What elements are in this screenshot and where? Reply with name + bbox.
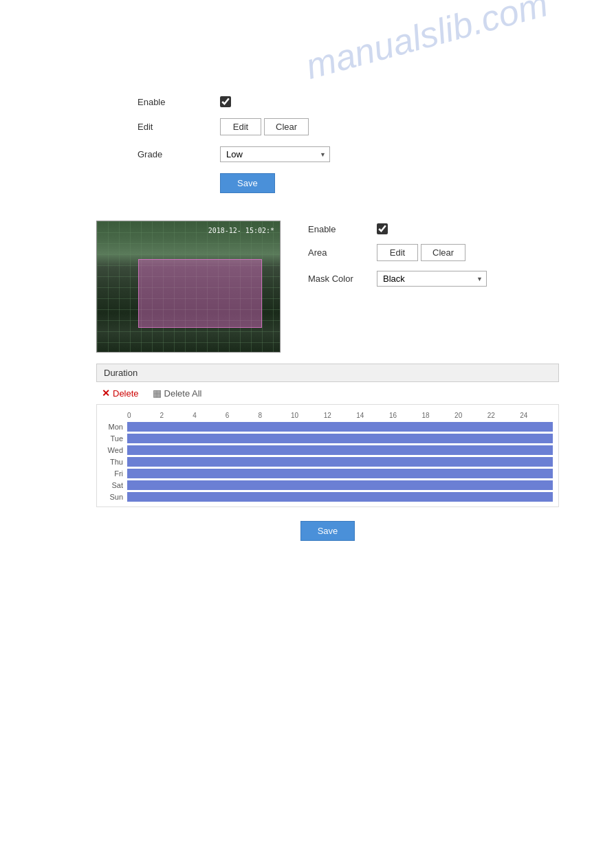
schedule-row: Fri [97,469,558,478]
time-tick: 6 [226,412,259,419]
schedule-row: Sun [97,492,558,502]
schedule-row: Mon [97,422,558,432]
edit-button[interactable]: Edit [220,118,261,135]
schedule-row: Tue [97,434,558,443]
day-label: Wed [102,446,127,454]
mask-color-row: Mask Color Black White Red Green Blue [308,271,559,287]
delete-label: Delete [113,388,139,399]
delete-all-label: Delete All [164,388,202,399]
day-bar [127,422,553,432]
time-tick: 24 [520,412,553,419]
time-tick: 10 [291,412,324,419]
time-tick: 12 [324,412,357,419]
mask-color-select-wrapper: Black White Red Green Blue [377,271,487,287]
day-bar-container[interactable] [127,492,553,502]
delete-icon: ✕ [102,388,110,399]
timestamp-overlay: 2018-12- 15:02:* [208,227,274,234]
day-bar [127,445,553,455]
watermark-text: manualslib.com [301,0,551,87]
time-tick: 4 [193,412,226,419]
day-label: Mon [102,423,127,431]
bottom-enable-checkbox[interactable] [377,223,388,234]
day-bar-container[interactable] [127,469,553,478]
day-bar [127,492,553,502]
edit-label: Edit [138,122,220,132]
delete-all-icon: ▦ [153,388,162,399]
bottom-content: 2018-12- 15:02:* Enable Area Edit Clear [96,221,559,353]
time-tick: 8 [258,412,291,419]
bottom-save-button[interactable]: Save [300,521,355,541]
right-panel: Enable Area Edit Clear Mask Color [308,221,559,296]
day-bar-container[interactable] [127,445,553,455]
area-edit-button[interactable]: Edit [377,244,418,261]
time-tick: 2 [160,412,193,419]
day-label: Sun [102,493,127,501]
camera-preview: 2018-12- 15:02:* [96,221,281,353]
time-tick: 0 [127,412,160,419]
day-bar [127,469,553,478]
mask-color-label: Mask Color [308,274,377,284]
mask-area [138,259,262,328]
bottom-save-row: Save [96,521,559,541]
enable-row: Enable [138,96,614,107]
day-bar [127,480,553,490]
day-label: Thu [102,458,127,466]
enable-checkbox[interactable] [220,96,231,107]
schedule-row: Thu [97,457,558,467]
edit-row: Edit Edit Clear [138,118,614,135]
day-bar-container[interactable] [127,457,553,467]
schedule-rows: MonTueWedThuFriSatSun [97,422,558,502]
duration-toolbar: ✕ Delete ▦ Delete All [96,382,559,404]
time-tick: 22 [487,412,520,419]
day-label: Tue [102,434,127,443]
time-tick: 20 [454,412,487,419]
grade-row: Grade Low Medium High [138,146,614,162]
enable-label: Enable [138,97,220,107]
schedule-row: Sat [97,480,558,490]
delete-all-button[interactable]: ▦ Delete All [150,386,205,400]
grade-label: Grade [138,149,220,159]
time-axis: 024681012141618202224 [127,412,553,419]
day-label: Fri [102,469,127,478]
camera-bg: 2018-12- 15:02:* [97,221,280,352]
schedule-chart: 024681012141618202224 MonTueWedThuFriSat… [96,404,559,507]
grade-select[interactable]: Low Medium High [220,146,330,162]
day-bar-container[interactable] [127,434,553,443]
bottom-section: 2018-12- 15:02:* Enable Area Edit Clear [96,221,559,541]
time-tick: 14 [356,412,389,419]
day-bar [127,457,553,467]
mask-color-select[interactable]: Black White Red Green Blue [377,271,487,287]
day-bar-container[interactable] [127,480,553,490]
bottom-enable-label: Enable [308,224,377,234]
duration-section: Duration ✕ Delete ▦ Delete All 024681012… [96,364,559,507]
area-row: Area Edit Clear [308,244,559,261]
area-label: Area [308,247,377,258]
top-section: Enable Edit Edit Clear Grade Low Medium … [138,96,614,193]
time-tick: 16 [389,412,422,419]
bottom-enable-row: Enable [308,223,559,234]
day-label: Sat [102,481,127,489]
area-clear-button[interactable]: Clear [421,244,465,261]
top-save-button[interactable]: Save [220,173,275,193]
schedule-row: Wed [97,445,558,455]
grade-select-wrapper: Low Medium High [220,146,330,162]
day-bar-container[interactable] [127,422,553,432]
delete-button[interactable]: ✕ Delete [99,386,142,400]
top-save-row: Save [138,173,614,193]
day-bar [127,434,553,443]
clear-button[interactable]: Clear [264,118,309,135]
duration-header: Duration [96,364,559,382]
time-tick: 18 [421,412,454,419]
